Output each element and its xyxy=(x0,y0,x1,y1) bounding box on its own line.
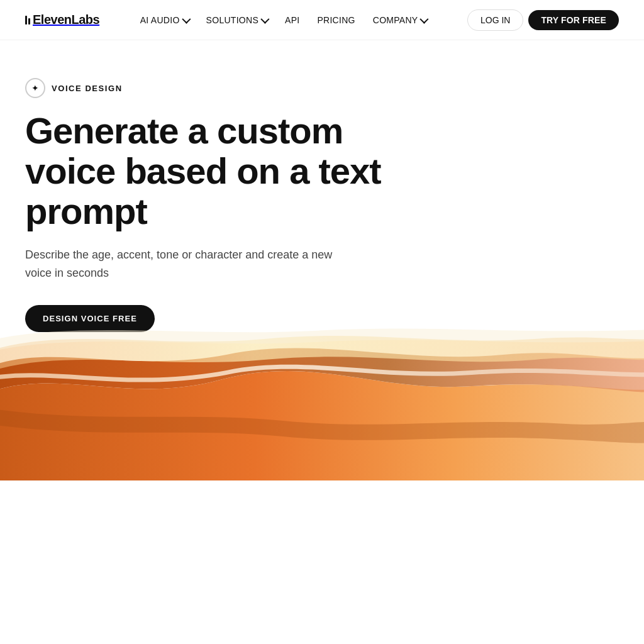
try-free-button[interactable]: TRY FOR FREE xyxy=(528,10,619,30)
logo-bars-icon xyxy=(25,16,30,25)
hero-title: Generate a custom voice based on a text … xyxy=(25,111,428,231)
nav-item-company[interactable]: COMPANY xyxy=(365,10,435,30)
voice-design-icon: ✦ xyxy=(25,78,45,98)
nav-item-ai-audio[interactable]: AI AUDIO xyxy=(133,10,196,30)
hero-section: ✦ VOICE DESIGN Generate a custom voice b… xyxy=(0,40,644,418)
logo-text: ElevenLabs xyxy=(33,13,99,27)
wave-visualization xyxy=(0,267,644,480)
nav-actions: LOG IN TRY FOR FREE xyxy=(467,9,619,31)
nav-links: AI AUDIO SOLUTIONS API PRICING COMPANY xyxy=(133,10,435,30)
wave-svg xyxy=(0,267,644,480)
hero-tag-label: VOICE DESIGN xyxy=(52,84,123,93)
chevron-down-icon xyxy=(420,14,429,23)
navbar: ElevenLabs AI AUDIO SOLUTIONS API PRICIN… xyxy=(0,0,644,40)
nav-item-pricing[interactable]: PRICING xyxy=(309,10,362,30)
chevron-down-icon xyxy=(260,14,269,23)
logo[interactable]: ElevenLabs xyxy=(25,13,99,27)
login-button[interactable]: LOG IN xyxy=(467,9,523,31)
chevron-down-icon xyxy=(182,14,191,23)
nav-item-solutions[interactable]: SOLUTIONS xyxy=(199,10,275,30)
nav-item-api[interactable]: API xyxy=(277,10,307,30)
hero-tag: ✦ VOICE DESIGN xyxy=(25,78,619,98)
